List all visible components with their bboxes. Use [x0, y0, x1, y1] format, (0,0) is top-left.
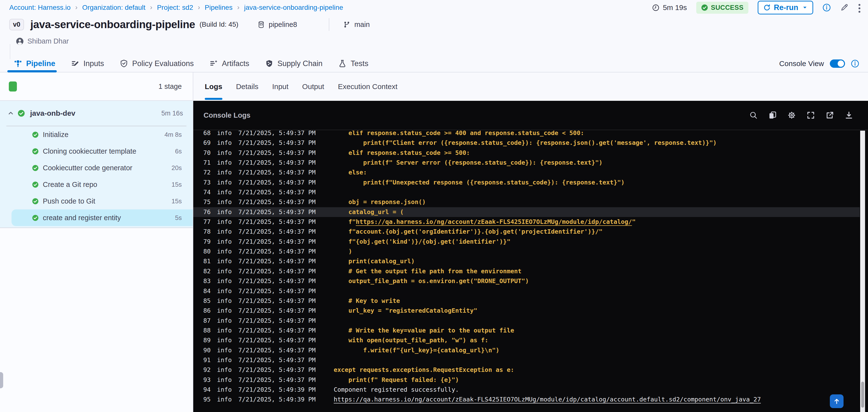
- step-cookiecutter-code-generator[interactable]: Cookiecutter code generator 20s: [0, 160, 193, 176]
- rerun-label: Re-run: [774, 3, 798, 12]
- step-duration: 4m 8s: [164, 131, 182, 138]
- step-name: Cookiecutter code generator: [43, 164, 132, 172]
- breadcrumb-project[interactable]: Project: sd2: [157, 4, 193, 11]
- pencil-icon[interactable]: [840, 3, 848, 12]
- arrow-up-icon: [833, 398, 840, 405]
- step-cloning-cookiecutter-template[interactable]: Cloning cookiecutter template 6s: [0, 143, 193, 160]
- download-icon[interactable]: [844, 111, 853, 120]
- chevron-up-icon[interactable]: [7, 110, 14, 117]
- log-line: 87info7/21/2025, 5:49:37 PM: [193, 316, 860, 326]
- breadcrumb-separator: ›: [198, 3, 200, 11]
- success-check-icon: [32, 215, 39, 221]
- stage-status-square: [9, 82, 17, 92]
- log-line: 69info7/21/2025, 5:49:37 PM print(f"Clie…: [193, 138, 860, 148]
- log-line: 78info7/21/2025, 5:49:37 PM f"account.{o…: [193, 227, 860, 236]
- tab-policy-evaluations[interactable]: Policy Evaluations: [120, 55, 194, 72]
- execution-header: v0 java-service-onboarding-pipeline (Bui…: [9, 15, 863, 45]
- tab-pipeline[interactable]: Pipeline: [14, 55, 55, 72]
- log-line: 92info7/21/2025, 5:49:37 PMexcept reques…: [193, 365, 860, 375]
- branch-ref[interactable]: main: [343, 21, 370, 29]
- log-line: 93info7/21/2025, 5:49:37 PM print(f" Req…: [193, 375, 860, 385]
- build-id: (Build Id: 45): [199, 21, 239, 28]
- success-check-icon: [32, 181, 39, 188]
- log-line: 68info7/21/2025, 5:49:37 PM elif respons…: [193, 131, 860, 138]
- left-edge-handle[interactable]: [0, 372, 3, 388]
- tab-inputs[interactable]: Inputs: [71, 55, 104, 72]
- log-link[interactable]: https://qa.harness.io/ng/account/zEaak-F…: [334, 396, 761, 403]
- copy-icon[interactable]: [768, 111, 777, 120]
- breadcrumb-separator: ›: [150, 3, 152, 11]
- log-line: 94info7/21/2025, 5:49:39 PMComponent reg…: [193, 385, 860, 394]
- status-text: SUCCESS: [711, 4, 743, 11]
- tab-artifacts[interactable]: Artifacts: [209, 55, 249, 72]
- tab-label: Logs: [205, 83, 222, 91]
- log-line: 81info7/21/2025, 5:49:37 PM print(catalo…: [193, 256, 860, 266]
- step-name: Push code to Git: [43, 197, 95, 205]
- caret-down-icon: [802, 5, 808, 10]
- clock-icon: [652, 4, 659, 11]
- refresh-icon: [763, 4, 771, 11]
- breadcrumb: Account: Harness.io › Organization: defa…: [9, 4, 343, 11]
- console-scrollbar[interactable]: [860, 131, 865, 412]
- step-duration: 15s: [172, 197, 182, 205]
- success-check-icon: [32, 198, 39, 204]
- breadcrumb-organization[interactable]: Organization: default: [82, 4, 145, 11]
- rerun-button[interactable]: Re-run: [758, 1, 813, 14]
- scrollbar-thumb[interactable]: [861, 382, 864, 408]
- log-line: 82info7/21/2025, 5:49:37 PM # Get the ou…: [193, 266, 860, 276]
- step-initialize[interactable]: Initialize 4m 8s: [0, 126, 193, 143]
- step-detail-tabs: Logs Details Input Output Execution Cont…: [193, 72, 868, 101]
- top-bar: Account: Harness.io › Organization: defa…: [0, 0, 868, 15]
- console-view-info-icon[interactable]: [851, 59, 859, 68]
- tab-execution-context[interactable]: Execution Context: [338, 72, 397, 101]
- triggered-by: Shibam Dhar: [16, 37, 863, 45]
- step-create-and-register-entity[interactable]: create and register entity 5s: [11, 210, 193, 226]
- pipeline-ref[interactable]: pipeline8: [257, 21, 297, 29]
- tab-label: Output: [302, 83, 324, 91]
- log-line: 75info7/21/2025, 5:49:37 PM obj = respon…: [193, 197, 860, 207]
- gear-icon[interactable]: [787, 111, 796, 120]
- kebab-menu-icon[interactable]: [858, 3, 861, 12]
- active-tab-underline: [205, 98, 222, 100]
- fullscreen-icon[interactable]: [806, 111, 815, 120]
- step-create-a-git-repo[interactable]: Create a Git repo 15s: [0, 176, 193, 193]
- log-line: 74info7/21/2025, 5:49:37 PM: [193, 187, 860, 197]
- log-line: 73info7/21/2025, 5:49:37 PM print(f"Unex…: [193, 178, 860, 187]
- tab-details[interactable]: Details: [236, 72, 258, 101]
- success-check-icon: [18, 109, 25, 117]
- console-panel: Console Logs 68info7/21/2025, 5:49:37 PM: [193, 101, 868, 412]
- log-rows: 68info7/21/2025, 5:49:37 PM elif respons…: [193, 131, 860, 405]
- breadcrumb-pipelines[interactable]: Pipelines: [205, 4, 232, 11]
- log-line: 89info7/21/2025, 5:49:37 PM with open(ou…: [193, 336, 860, 345]
- tab-label: Details: [236, 83, 258, 91]
- log-line: 86info7/21/2025, 5:49:37 PM url_key = "r…: [193, 306, 860, 316]
- tab-tests[interactable]: Tests: [338, 55, 368, 72]
- breadcrumb-account[interactable]: Account: Harness.io: [9, 4, 71, 11]
- stage-row-java-onb-dev[interactable]: java-onb-dev 5m 16s: [0, 101, 193, 126]
- log-link[interactable]: https://qa.harness.io/ng/account/zEaak-F…: [356, 218, 632, 225]
- stage-duration: 5m 16s: [161, 109, 183, 117]
- tab-logs[interactable]: Logs: [205, 72, 222, 101]
- breadcrumb-current-pipeline[interactable]: java-service-onboarding-pipeline: [244, 4, 343, 11]
- stage-name: java-onb-dev: [30, 109, 75, 118]
- stage-sidebar: 1 stage java-onb-dev 5m 16s Initialize 4…: [0, 72, 193, 412]
- shield-check-icon: [120, 59, 128, 68]
- tab-label: Inputs: [84, 59, 104, 68]
- check-circle-icon: [701, 4, 708, 11]
- tab-label: Execution Context: [338, 83, 397, 91]
- tab-label: Tests: [350, 59, 368, 68]
- console-log-viewport[interactable]: 68info7/21/2025, 5:49:37 PM elif respons…: [193, 131, 860, 412]
- step-push-code-to-git[interactable]: Push code to Git 15s: [0, 193, 193, 210]
- log-line: 71info7/21/2025, 5:49:37 PM print(f" Ser…: [193, 158, 860, 167]
- execution-duration: 5m 19s: [652, 3, 687, 12]
- tab-supply-chain[interactable]: Supply Chain: [265, 55, 322, 72]
- search-icon[interactable]: [749, 111, 758, 120]
- log-line: 70info7/21/2025, 5:49:37 PM elif respons…: [193, 148, 860, 158]
- info-icon[interactable]: [823, 3, 831, 12]
- open-in-new-icon[interactable]: [826, 111, 834, 120]
- stage-summary: 1 stage: [0, 72, 193, 101]
- tab-input[interactable]: Input: [272, 72, 288, 101]
- tab-output[interactable]: Output: [302, 72, 324, 101]
- scroll-to-top-button[interactable]: [830, 394, 843, 408]
- console-view-toggle[interactable]: [830, 59, 845, 68]
